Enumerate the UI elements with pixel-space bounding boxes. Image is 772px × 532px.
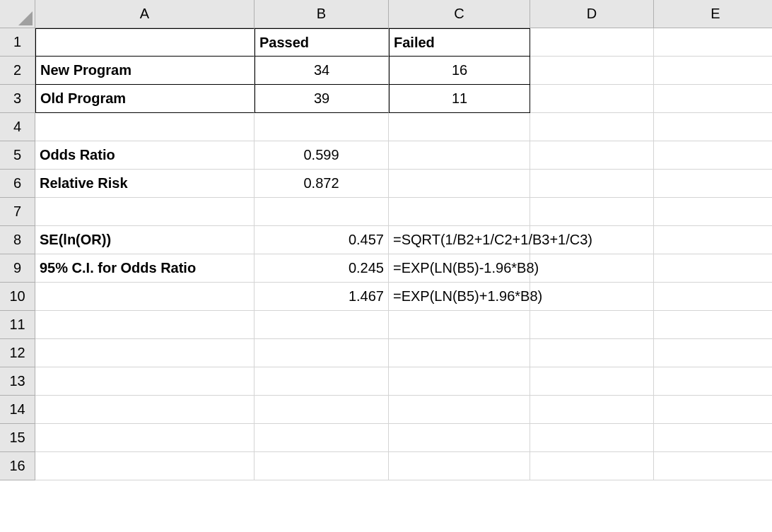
cell-E14[interactable]: [654, 396, 772, 424]
cell-B15[interactable]: [255, 424, 389, 452]
cell-C11[interactable]: [389, 311, 530, 339]
cell-B13[interactable]: [255, 367, 389, 396]
cell-B12[interactable]: [255, 339, 389, 367]
cell-C6[interactable]: [389, 170, 530, 198]
row-header-11[interactable]: 11: [0, 311, 35, 339]
cell-B8[interactable]: 0.457: [255, 226, 389, 254]
cell-C2[interactable]: 16: [389, 57, 530, 85]
cell-E11[interactable]: [654, 311, 772, 339]
cell-B11[interactable]: [255, 311, 389, 339]
cell-A16[interactable]: [35, 452, 255, 480]
row-header-4[interactable]: 4: [0, 113, 35, 141]
cell-C8[interactable]: =SQRT(1/B2+1/C2+1/B3+1/C3): [389, 226, 530, 254]
cell-B2[interactable]: 34: [255, 57, 389, 85]
cell-B7[interactable]: [255, 198, 389, 226]
cell-A4[interactable]: [35, 113, 255, 141]
cell-D14[interactable]: [530, 396, 654, 424]
cell-B3[interactable]: 39: [255, 85, 389, 113]
cell-C5[interactable]: [389, 141, 530, 170]
cell-E5[interactable]: [654, 141, 772, 170]
cell-E4[interactable]: [654, 113, 772, 141]
row-header-3[interactable]: 3: [0, 85, 35, 113]
cell-C14[interactable]: [389, 396, 530, 424]
cell-D15[interactable]: [530, 424, 654, 452]
select-all-corner[interactable]: [0, 0, 35, 28]
row-header-16[interactable]: 16: [0, 452, 35, 480]
cell-D10[interactable]: [530, 283, 654, 311]
row-header-15[interactable]: 15: [0, 424, 35, 452]
row-header-14[interactable]: 14: [0, 396, 35, 424]
row-header-6[interactable]: 6: [0, 170, 35, 198]
cell-A8[interactable]: SE(ln(OR)): [35, 226, 255, 254]
cell-E8[interactable]: [654, 226, 772, 254]
cell-A2[interactable]: New Program: [35, 57, 255, 85]
row-header-9[interactable]: 9: [0, 254, 35, 283]
col-header-B[interactable]: B: [255, 0, 389, 28]
cell-A15[interactable]: [35, 424, 255, 452]
cell-D4[interactable]: [530, 113, 654, 141]
cell-B4[interactable]: [255, 113, 389, 141]
col-header-D[interactable]: D: [530, 0, 654, 28]
cell-D5[interactable]: [530, 141, 654, 170]
cell-E7[interactable]: [654, 198, 772, 226]
cell-E16[interactable]: [654, 452, 772, 480]
cell-E10[interactable]: [654, 283, 772, 311]
cell-A12[interactable]: [35, 339, 255, 367]
cell-C7[interactable]: [389, 198, 530, 226]
row-header-1[interactable]: 1: [0, 28, 35, 57]
cell-C1[interactable]: Failed: [389, 28, 530, 57]
spreadsheet-grid[interactable]: A B C D E 1 Passed Failed 2 New Program …: [0, 0, 772, 480]
cell-A13[interactable]: [35, 367, 255, 396]
cell-B16[interactable]: [255, 452, 389, 480]
cell-D6[interactable]: [530, 170, 654, 198]
cell-D16[interactable]: [530, 452, 654, 480]
cell-B1[interactable]: Passed: [255, 28, 389, 57]
cell-C3[interactable]: 11: [389, 85, 530, 113]
col-header-E[interactable]: E: [654, 0, 772, 28]
cell-A1[interactable]: [35, 28, 255, 57]
cell-E13[interactable]: [654, 367, 772, 396]
row-header-2[interactable]: 2: [0, 57, 35, 85]
cell-C16[interactable]: [389, 452, 530, 480]
cell-D2[interactable]: [530, 57, 654, 85]
cell-B10[interactable]: 1.467: [255, 283, 389, 311]
cell-C4[interactable]: [389, 113, 530, 141]
cell-D11[interactable]: [530, 311, 654, 339]
cell-D13[interactable]: [530, 367, 654, 396]
cell-E15[interactable]: [654, 424, 772, 452]
row-header-8[interactable]: 8: [0, 226, 35, 254]
cell-C9[interactable]: =EXP(LN(B5)-1.96*B8): [389, 254, 530, 283]
col-header-C[interactable]: C: [389, 0, 530, 28]
cell-D9[interactable]: [530, 254, 654, 283]
cell-E3[interactable]: [654, 85, 772, 113]
cell-A6[interactable]: Relative Risk: [35, 170, 255, 198]
cell-A10[interactable]: [35, 283, 255, 311]
cell-E6[interactable]: [654, 170, 772, 198]
cell-E2[interactable]: [654, 57, 772, 85]
cell-B9[interactable]: 0.245: [255, 254, 389, 283]
cell-B14[interactable]: [255, 396, 389, 424]
cell-B6[interactable]: 0.872: [255, 170, 389, 198]
cell-A5[interactable]: Odds Ratio: [35, 141, 255, 170]
cell-E9[interactable]: [654, 254, 772, 283]
cell-A11[interactable]: [35, 311, 255, 339]
col-header-A[interactable]: A: [35, 0, 255, 28]
cell-D7[interactable]: [530, 198, 654, 226]
cell-D12[interactable]: [530, 339, 654, 367]
cell-A14[interactable]: [35, 396, 255, 424]
cell-B5[interactable]: 0.599: [255, 141, 389, 170]
row-header-13[interactable]: 13: [0, 367, 35, 396]
cell-C13[interactable]: [389, 367, 530, 396]
row-header-10[interactable]: 10: [0, 283, 35, 311]
cell-A9[interactable]: 95% C.I. for Odds Ratio: [35, 254, 255, 283]
row-header-7[interactable]: 7: [0, 198, 35, 226]
cell-C15[interactable]: [389, 424, 530, 452]
cell-A7[interactable]: [35, 198, 255, 226]
cell-C12[interactable]: [389, 339, 530, 367]
row-header-5[interactable]: 5: [0, 141, 35, 170]
cell-E12[interactable]: [654, 339, 772, 367]
cell-E1[interactable]: [654, 28, 772, 57]
cell-C10[interactable]: =EXP(LN(B5)+1.96*B8): [389, 283, 530, 311]
cell-A3[interactable]: Old Program: [35, 85, 255, 113]
row-header-12[interactable]: 12: [0, 339, 35, 367]
